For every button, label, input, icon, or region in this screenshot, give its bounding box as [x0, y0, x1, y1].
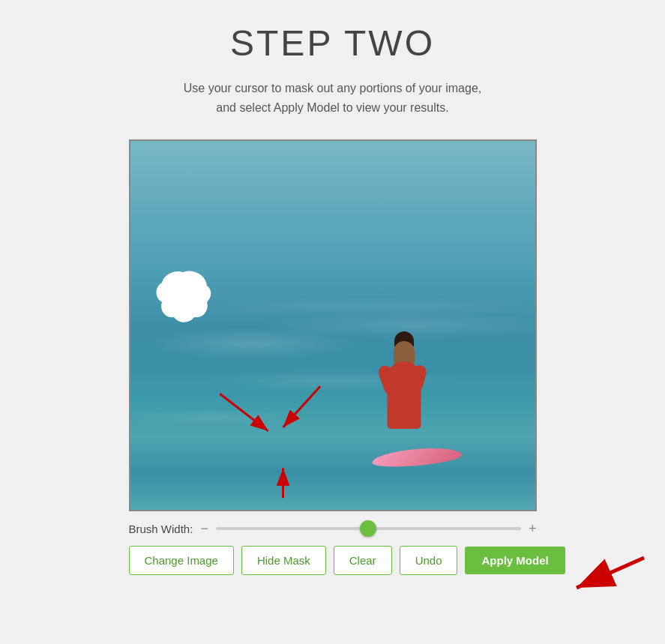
undo-button[interactable]: Undo — [400, 546, 458, 575]
clear-button[interactable]: Clear — [334, 546, 392, 575]
surfer-arm-left — [376, 364, 400, 397]
apply-model-button[interactable]: Apply Model — [465, 547, 565, 574]
canvas-background — [130, 141, 535, 510]
svg-line-5 — [577, 558, 644, 588]
image-canvas[interactable] — [129, 139, 537, 511]
brush-width-row: Brush Width: − + — [129, 522, 537, 535]
hide-mask-button[interactable]: Hide Mask — [241, 546, 326, 575]
subtitle: Use your cursor to mask out any portions… — [184, 79, 482, 117]
controls-area: Brush Width: − + Change Image Hide Mask … — [129, 522, 537, 575]
brush-label: Brush Width: — [129, 523, 193, 535]
brush-increase-icon[interactable]: + — [529, 522, 537, 535]
surfer-body — [387, 361, 421, 429]
brush-slider[interactable] — [216, 527, 521, 530]
buttons-row: Change Image Hide Mask Clear Undo Apply … — [129, 546, 537, 575]
page-container: STEP TWO Use your cursor to mask out any… — [0, 0, 665, 644]
big-arrow-right — [562, 543, 652, 603]
change-image-button[interactable]: Change Image — [129, 546, 234, 575]
surfer-arm-right — [408, 364, 427, 392]
mask-blob — [145, 265, 220, 332]
brush-decrease-icon[interactable]: − — [200, 522, 208, 535]
surfer-figure — [374, 331, 434, 429]
page-title: STEP TWO — [230, 22, 435, 64]
